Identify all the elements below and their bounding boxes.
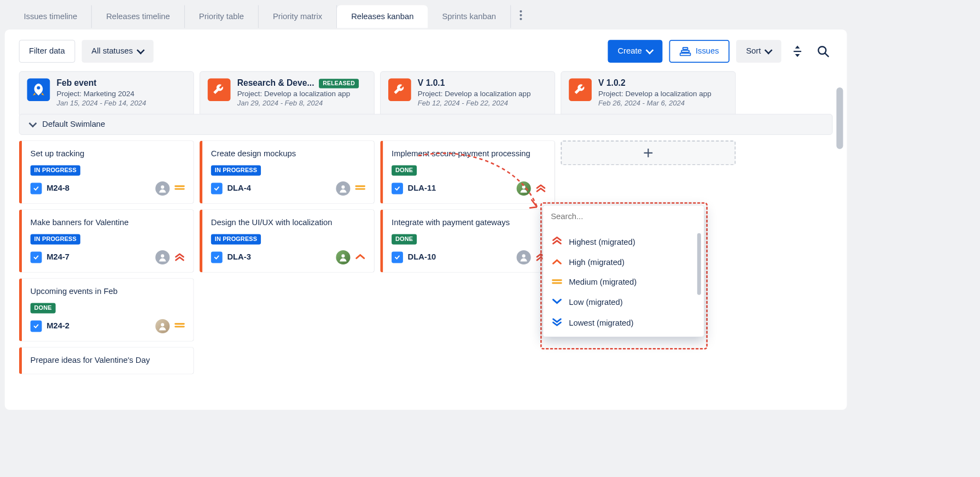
priority-icon xyxy=(174,184,185,193)
tab-issues-timeline[interactable]: Issues timeline xyxy=(9,5,92,28)
filter-data-button[interactable]: Filter data xyxy=(19,40,75,63)
issue-card[interactable]: Create design mockupsIN PROGRESS DLA-4 xyxy=(200,140,375,204)
toolbar: Filter data All statuses Create Issues S… xyxy=(5,30,847,71)
column-project: Project: Develop a localization app xyxy=(598,89,727,98)
tabs-more-button[interactable] xyxy=(512,5,529,28)
svg-rect-5 xyxy=(682,48,687,49)
page-scrollbar[interactable] xyxy=(836,87,843,149)
chevron-down-icon xyxy=(645,46,654,55)
statuses-label: All statuses xyxy=(91,46,133,56)
column-project: Project: Develop a localization app xyxy=(418,89,547,98)
priority-search-input[interactable] xyxy=(543,205,704,228)
tab-priority-table[interactable]: Priority table xyxy=(185,5,259,28)
column-title: Research & Deve... xyxy=(237,78,314,88)
priority-label: Medium (migrated) xyxy=(569,278,637,287)
priority-icon xyxy=(355,184,365,193)
tab-priority-matrix[interactable]: Priority matrix xyxy=(259,5,337,28)
column-header-v102[interactable]: V 1.0.2 Project: Develop a localization … xyxy=(561,71,736,116)
cards-row: Set up trackingIN PROGRESS M24-8 Make ba… xyxy=(5,135,847,380)
issue-key: M24-2 xyxy=(46,321,69,331)
status-badge: IN PROGRESS xyxy=(211,165,261,175)
avatar-unassigned[interactable] xyxy=(155,181,170,196)
issue-key: M24-8 xyxy=(46,184,69,193)
avatar-unassigned[interactable] xyxy=(155,250,170,264)
status-badge: DONE xyxy=(31,303,56,313)
sort-label: Sort xyxy=(746,46,761,56)
issue-card[interactable]: Make banners for ValentineIN PROGRESS M2… xyxy=(19,209,194,273)
chevron-down-icon xyxy=(765,46,773,55)
column-project: Project: Develop a localization app xyxy=(237,89,366,98)
scrollbar[interactable] xyxy=(697,233,701,295)
wrench-icon xyxy=(569,78,592,101)
plus-icon xyxy=(643,148,654,158)
column-header-feb-event[interactable]: Feb event Project: Marketing 2024 Jan 15… xyxy=(19,71,194,116)
svg-point-9 xyxy=(37,86,40,90)
status-badge: IN PROGRESS xyxy=(211,234,261,244)
create-button[interactable]: Create xyxy=(608,40,662,63)
status-badge: IN PROGRESS xyxy=(31,234,80,244)
swimlane-default[interactable]: Default Swimlane xyxy=(19,114,833,135)
swimlane-label: Default Swimlane xyxy=(42,120,105,129)
wrench-icon xyxy=(388,78,411,101)
issue-card[interactable]: Integrate with payment gatewaysDONE DLA-… xyxy=(380,209,555,273)
issue-card[interactable]: Upcoming events in FebDONE M24-2 xyxy=(19,278,194,341)
priority-icon xyxy=(535,184,546,193)
svg-point-22 xyxy=(522,254,526,257)
chevron-down-icon xyxy=(136,46,144,55)
column-title: V 1.0.1 xyxy=(418,78,445,88)
avatar[interactable] xyxy=(155,319,170,333)
issue-key: DLA-10 xyxy=(408,252,436,262)
priority-option-high[interactable]: High (migrated) xyxy=(543,252,704,272)
card-list-col1: Create design mockupsIN PROGRESS DLA-4 D… xyxy=(200,140,375,374)
issues-button[interactable]: Issues xyxy=(669,40,729,63)
card-title: Implement secure payment processing xyxy=(392,149,546,160)
issue-type-icon xyxy=(392,183,403,195)
issue-type-icon xyxy=(392,251,403,263)
priority-label: High (migrated) xyxy=(569,258,625,267)
svg-rect-3 xyxy=(680,53,690,55)
column-title: V 1.0.2 xyxy=(598,78,626,88)
chevron-down-icon xyxy=(29,120,37,128)
avatar[interactable] xyxy=(336,250,350,264)
priority-option-medium[interactable]: Medium (migrated) xyxy=(543,273,704,292)
column-header-research[interactable]: Research & Deve... RELEASED Project: Dev… xyxy=(200,71,375,116)
add-card-button[interactable] xyxy=(561,140,736,165)
avatar-unassigned[interactable] xyxy=(336,181,350,196)
issue-card[interactable]: Set up trackingIN PROGRESS M24-8 xyxy=(19,140,194,204)
column-header-v101[interactable]: V 1.0.1 Project: Develop a localization … xyxy=(380,71,555,116)
search-icon xyxy=(817,45,830,58)
issue-card[interactable]: Implement secure payment processingDONE … xyxy=(380,140,555,204)
status-badge: DONE xyxy=(392,165,417,175)
issue-key: M24-7 xyxy=(46,252,69,262)
status-badge: DONE xyxy=(392,234,417,244)
priority-option-lowest[interactable]: Lowest (migrated) xyxy=(543,313,704,334)
status-badge: IN PROGRESS xyxy=(31,165,80,175)
svg-point-17 xyxy=(341,185,345,189)
avatar-unassigned[interactable] xyxy=(517,250,531,264)
more-icon xyxy=(520,10,522,20)
issue-type-icon xyxy=(31,251,42,263)
tab-sprints-kanban[interactable]: Sprints kanban xyxy=(428,5,511,28)
issue-card[interactable]: Design the UI/UX with localizationIN PRO… xyxy=(200,209,375,273)
column-dates: Feb 26, 2024 - Mar 6, 2024 xyxy=(598,99,727,107)
priority-option-low[interactable]: Low (migrated) xyxy=(543,292,704,312)
column-headers: Feb event Project: Marketing 2024 Jan 15… xyxy=(5,71,847,116)
search-button[interactable] xyxy=(814,42,833,61)
tab-releases-kanban[interactable]: Releases kanban xyxy=(337,5,428,28)
priority-icon xyxy=(552,317,562,328)
issues-icon xyxy=(679,46,691,56)
card-title: Upcoming events in Feb xyxy=(31,286,185,297)
svg-point-1 xyxy=(520,14,522,16)
priority-option-highest[interactable]: Highest (migrated) xyxy=(543,231,704,252)
statuses-dropdown[interactable]: All statuses xyxy=(81,40,153,63)
collapse-button[interactable] xyxy=(788,42,807,61)
card-title: Design the UI/UX with localization xyxy=(211,217,365,228)
sort-dropdown[interactable]: Sort xyxy=(736,40,781,63)
priority-label: Lowest (migrated) xyxy=(569,319,633,328)
issue-type-icon xyxy=(211,183,223,195)
tab-releases-timeline[interactable]: Releases timeline xyxy=(92,5,185,28)
priority-icon xyxy=(552,278,562,287)
avatar[interactable] xyxy=(517,181,531,196)
issue-card[interactable]: Prepare ideas for Valentine's Day xyxy=(19,347,194,374)
svg-point-0 xyxy=(520,10,522,13)
